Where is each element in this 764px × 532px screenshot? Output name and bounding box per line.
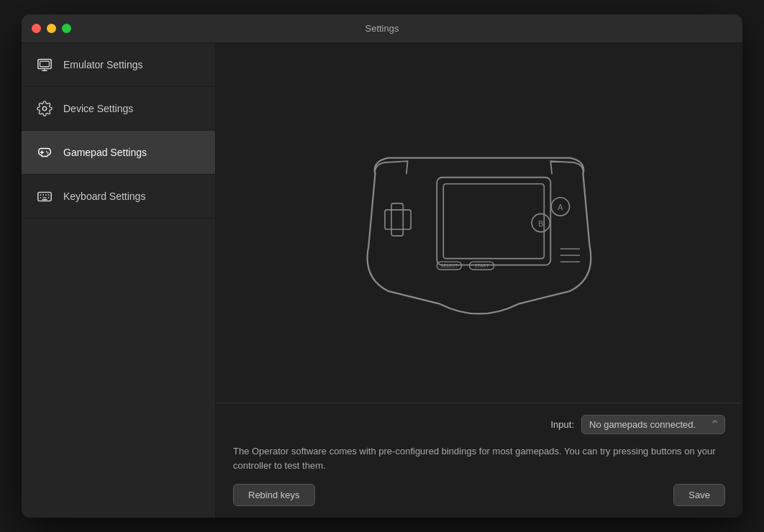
input-select-wrapper[interactable]: No gamepads connected. ⌃ [581,415,725,434]
device-icon [36,100,53,117]
keyboard-icon [36,188,53,205]
sidebar-item-gamepad-label: Gamepad Settings [63,147,147,158]
sidebar-item-gamepad[interactable]: Gamepad Settings [22,131,215,175]
gamepad-icon [36,144,53,161]
gba-container: A B START SELECT [216,43,742,403]
titlebar: Settings [22,14,742,43]
rebind-keys-button[interactable]: Rebind keys [233,484,315,506]
svg-point-4 [47,152,49,154]
svg-text:B: B [538,219,543,228]
emulator-icon [36,56,53,73]
minimize-button[interactable] [47,24,56,33]
main-content: Emulator Settings Device Settings [22,43,742,518]
input-label: Input: [550,419,574,430]
input-select[interactable]: No gamepads connected. [581,415,725,434]
svg-text:SELECT: SELECT [440,263,458,268]
sidebar: Emulator Settings Device Settings [22,43,216,518]
svg-rect-15 [443,184,544,259]
description-text: The Operator software comes with pre-con… [233,444,725,472]
sidebar-item-device-label: Device Settings [63,103,133,114]
input-row: Input: No gamepads connected. ⌃ [233,415,725,434]
sidebar-item-emulator-label: Emulator Settings [63,59,143,70]
close-button[interactable] [32,24,41,33]
content-area: A B START SELECT [216,43,742,518]
svg-point-3 [46,151,47,152]
sidebar-item-keyboard-label: Keyboard Settings [63,191,145,202]
window-title: Settings [365,23,399,34]
traffic-lights [32,24,71,33]
app-window: Settings Emulator Settings [22,14,742,518]
svg-text:A: A [558,203,563,211]
svg-text:START: START [475,263,489,268]
gba-illustration: A B START SELECT [335,122,623,324]
button-row: Rebind keys Save [233,484,725,506]
svg-point-2 [42,106,47,111]
svg-rect-16 [391,203,403,236]
svg-rect-1 [40,61,50,66]
sidebar-item-device[interactable]: Device Settings [22,87,215,131]
save-button[interactable]: Save [673,484,725,506]
svg-rect-14 [437,178,550,265]
maximize-button[interactable] [62,24,71,33]
sidebar-item-keyboard[interactable]: Keyboard Settings [22,175,215,219]
bottom-panel: Input: No gamepads connected. ⌃ The Oper… [216,403,742,518]
sidebar-item-emulator[interactable]: Emulator Settings [22,43,215,87]
svg-rect-17 [385,210,411,229]
